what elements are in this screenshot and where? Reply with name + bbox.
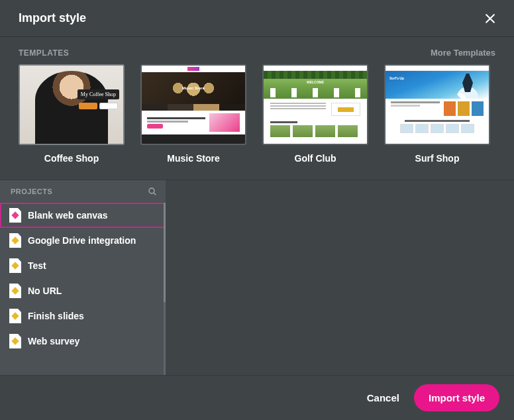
project-item[interactable]: No URL [0, 278, 166, 303]
modal-header: Import style [0, 0, 514, 37]
project-item[interactable]: Google Drive integration [0, 228, 166, 253]
template-name: Coffee Shop [44, 153, 99, 164]
svg-point-2 [149, 188, 154, 193]
file-icon [9, 208, 21, 223]
project-item-label: Web survey [28, 336, 79, 346]
import-style-button[interactable]: Import style [414, 384, 499, 411]
file-icon [9, 334, 21, 348]
thumbnail-text: Surf's Up [389, 76, 404, 80]
template-surf-shop[interactable]: Surf's Up Surf Shop [384, 64, 490, 164]
scrollbar[interactable] [164, 203, 166, 375]
search-button[interactable] [147, 186, 158, 197]
template-thumbnail: Surf's Up [384, 64, 490, 145]
import-style-modal: Import style TEMPLATES More Templates My… [0, 0, 514, 420]
project-list[interactable]: Blank web canvasGoogle Drive integration… [0, 203, 166, 375]
template-music-store[interactable]: Music Store Music Store [140, 64, 246, 164]
modal-title: Import style [19, 11, 86, 25]
search-icon [147, 186, 158, 197]
modal-footer: Cancel Import style [0, 375, 514, 420]
file-icon [9, 258, 21, 273]
project-item-label: Finish slides [28, 311, 84, 321]
template-name: Golf Club [295, 153, 336, 164]
project-item[interactable]: Test [0, 253, 166, 278]
projects-header: PROJECTS [0, 180, 166, 203]
templates-label: TEMPLATES [19, 48, 69, 58]
project-item-label: Blank web canvas [28, 210, 108, 221]
template-golf-club[interactable]: WELCOME Golf Club [262, 64, 368, 164]
file-icon [9, 284, 21, 298]
template-name: Surf Shop [415, 153, 460, 164]
template-thumbnail: My Coffee Shop [19, 64, 125, 145]
project-item-label: Google Drive integration [28, 235, 136, 246]
templates-header: TEMPLATES More Templates [0, 37, 514, 64]
lower-section: PROJECTS Blank web canvasGoogle Drive in… [0, 180, 514, 375]
svg-line-3 [154, 193, 156, 195]
thumbnail-text: Music Store [182, 86, 205, 90]
template-name: Music Store [167, 153, 219, 164]
close-button[interactable] [481, 9, 499, 28]
projects-label: PROJECTS [11, 187, 52, 195]
template-thumbnail: WELCOME [262, 64, 368, 145]
project-item[interactable]: Web survey [0, 329, 166, 354]
more-templates-link[interactable]: More Templates [431, 48, 495, 58]
project-item[interactable]: Blank web canvas [0, 203, 166, 228]
project-item[interactable]: Finish slides [0, 303, 166, 329]
templates-row: My Coffee Shop Coffee Shop Music Store [0, 64, 514, 180]
file-icon [9, 233, 21, 248]
project-item-label: Test [28, 260, 46, 271]
template-thumbnail: Music Store [140, 64, 246, 145]
projects-panel: PROJECTS Blank web canvasGoogle Drive in… [0, 180, 166, 375]
cancel-button[interactable]: Cancel [367, 392, 399, 403]
thumbnail-text: My Coffee Shop [77, 89, 119, 99]
template-coffee-shop[interactable]: My Coffee Shop Coffee Shop [19, 64, 125, 164]
projects-empty-area [166, 180, 514, 375]
close-icon [484, 12, 497, 25]
file-icon [9, 309, 21, 323]
project-item-label: No URL [28, 286, 62, 296]
